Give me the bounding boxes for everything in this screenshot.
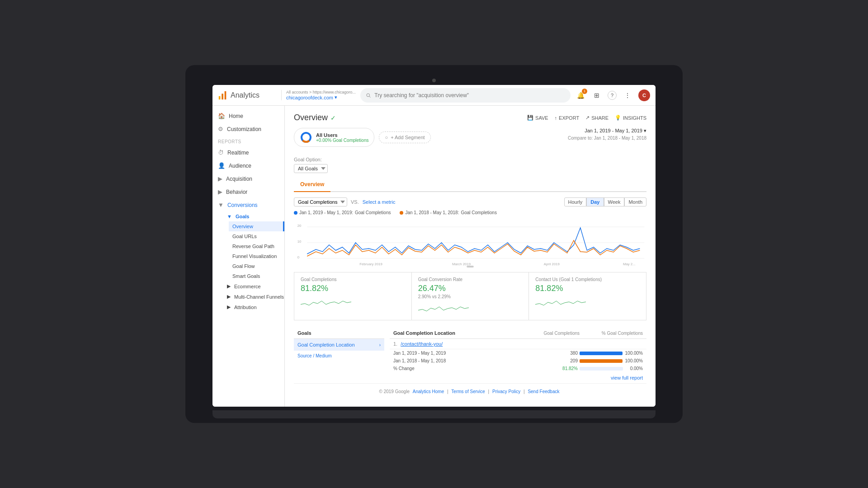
save-button[interactable]: 💾 SAVE	[527, 115, 548, 121]
sidebar-item-smart-goals[interactable]: Smart Goals	[229, 271, 284, 281]
sidebar-item-multichannel[interactable]: ▶ Multi-Channel Funnels	[223, 291, 284, 302]
reports-section-label: REPORTS	[212, 136, 284, 146]
svg-rect-17	[467, 266, 474, 267]
help-button[interactable]: ?	[608, 91, 617, 100]
sidebar-item-customization[interactable]: ⚙ Customization	[212, 122, 284, 136]
sidebar-item-funnel-visualization[interactable]: Funnel Visualization	[229, 251, 284, 261]
svg-point-3	[367, 94, 370, 97]
svg-rect-1	[222, 94, 223, 99]
sidebar-acquisition-label: Acquisition	[226, 176, 252, 182]
ct-row: 1. /contact/thank-you/	[390, 339, 646, 349]
metric-conversion-rate: Goal Conversion Rate 26.47% 2.90% vs 2.2…	[412, 272, 529, 320]
segment-all-users[interactable]: All Users +0.00% Goal Completions	[294, 128, 374, 147]
svg-text:20: 20	[297, 224, 302, 228]
goals-label: Goals	[236, 214, 250, 219]
realtime-icon: ⏱	[218, 149, 224, 156]
grid-button[interactable]: ⊞	[591, 90, 602, 101]
notifications-button[interactable]: 🔔 1	[575, 90, 586, 101]
sidebar-item-home[interactable]: 🏠 Home	[212, 109, 284, 122]
sparkline-contact-us	[535, 296, 586, 309]
view-full-report-link[interactable]: view full report	[390, 372, 646, 383]
main-layout: 🏠 Home ⚙ Customization REPORTS ⏱ Realtim…	[212, 106, 656, 407]
sidebar-item-behavior[interactable]: ▶ Behavior	[212, 185, 284, 198]
customization-icon: ⚙	[218, 126, 223, 132]
goals-expand[interactable]: ▼ Goals	[223, 211, 284, 221]
svg-line-4	[369, 96, 370, 97]
sidebar-realtime-label: Realtime	[227, 150, 249, 156]
add-segment-circle: ○	[385, 135, 388, 140]
domain-selector[interactable]: chicagoroofdeck.com ▾	[286, 94, 356, 100]
tab-overview[interactable]: Overview	[294, 178, 330, 192]
add-segment-button[interactable]: ○ + Add Segment	[379, 131, 430, 143]
top-bar-actions: 🔔 1 ⊞ ? ⋮ C	[575, 89, 650, 101]
attribution-label: Attribution	[234, 305, 257, 310]
ct-subrow-2019: Jan 1, 2019 - May 1, 2019 380 100.00%	[390, 349, 646, 357]
goals-section: Goals Goal Completion Location › Source …	[294, 328, 646, 383]
time-btn-month[interactable]: Month	[624, 197, 646, 206]
overview-header: Overview ✓ 💾 SAVE ↑ EXPORT ↗ SHARE 💡 INS…	[294, 113, 646, 122]
goal-option-select[interactable]: All Goals	[294, 164, 328, 173]
metric-conversion-rate-sub: 2.90% vs 2.29%	[418, 294, 523, 299]
legend-compare: Jan 1, 2018 - May 1, 2018: Goal Completi…	[400, 210, 496, 215]
time-btn-week[interactable]: Week	[604, 197, 625, 206]
goals-list-header: Goals	[294, 328, 384, 339]
legend-primary: Jan 1, 2019 - May 1, 2019: Goal Completi…	[294, 210, 391, 215]
terms-link[interactable]: Terms of Service	[451, 389, 485, 394]
metric-select[interactable]: Goal Completions	[294, 197, 347, 206]
analytics-icon	[218, 90, 228, 100]
pct-bar-bg	[580, 352, 623, 355]
audience-icon: 👤	[218, 162, 225, 169]
select-metric-link[interactable]: Select a metric	[363, 199, 396, 205]
sidebar-item-ecommerce[interactable]: ▶ Ecommerce	[223, 281, 284, 291]
completion-table: Goal Completion Location Goal Completion…	[390, 328, 646, 383]
time-btn-day[interactable]: Day	[586, 197, 604, 206]
insights-button[interactable]: 💡 INSIGHTS	[615, 115, 646, 121]
sidebar-home-label: Home	[229, 113, 243, 119]
conversions-expand-icon: ▼	[218, 202, 224, 208]
multichannel-label: Multi-Channel Funnels	[234, 294, 284, 300]
expand-ecommerce-icon: ▶	[227, 283, 231, 289]
date-range-primary[interactable]: Jan 1, 2019 - May 1, 2019 ▾	[568, 128, 646, 134]
goals-list-item-completion-location[interactable]: Goal Completion Location ›	[294, 339, 384, 351]
svg-text:May 2...: May 2...	[623, 262, 636, 266]
sidebar-item-reverse-goal-path[interactable]: Reverse Goal Path	[229, 241, 284, 251]
sidebar-item-conversions[interactable]: ▼ Conversions	[212, 198, 284, 211]
sidebar-item-audience[interactable]: 👤 Audience	[212, 159, 284, 172]
sidebar-item-attribution[interactable]: ▶ Attribution	[223, 302, 284, 312]
acquisition-icon: ▶	[218, 175, 222, 182]
export-button[interactable]: ↑ EXPORT	[555, 115, 580, 121]
metrics-row: Goal Completions 81.82% Goal Conversion …	[294, 272, 646, 320]
account-selector[interactable]: All accounts > https://www.chicagoro... …	[281, 90, 356, 100]
sidebar-item-goal-flow[interactable]: Goal Flow	[229, 261, 284, 271]
sidebar-behavior-label: Behavior	[226, 189, 247, 195]
sidebar-item-overview[interactable]: Overview	[229, 221, 284, 231]
sidebar-item-acquisition[interactable]: ▶ Acquisition	[212, 172, 284, 185]
source-medium-link[interactable]: Source / Medium	[294, 351, 384, 361]
vs-label: VS.	[351, 199, 359, 205]
avatar[interactable]: C	[638, 89, 650, 101]
ct-url-link[interactable]: /contact/thank-you/	[401, 341, 443, 347]
metric-contact-us-value: 81.82%	[535, 284, 640, 293]
svg-rect-2	[225, 91, 226, 99]
privacy-link[interactable]: Privacy Policy	[492, 389, 520, 394]
smart-goals-label: Smart Goals	[232, 273, 260, 279]
svg-text:0: 0	[297, 255, 300, 259]
pct-bar-bg-change	[580, 367, 623, 371]
svg-text:10: 10	[297, 239, 302, 244]
content-area: Overview ✓ 💾 SAVE ↑ EXPORT ↗ SHARE 💡 INS…	[285, 106, 656, 407]
search-input[interactable]	[374, 92, 565, 99]
share-button[interactable]: ↗ SHARE	[585, 115, 609, 121]
metric-contact-us-name: Contact Us (Goal 1 Completions)	[535, 277, 640, 282]
header-actions: 💾 SAVE ↑ EXPORT ↗ SHARE 💡 INSIGHTS	[527, 115, 646, 121]
metric-conversion-rate-value: 26.47%	[418, 284, 523, 293]
footer: © 2019 Google Analytics Home | Terms of …	[294, 383, 646, 399]
more-button[interactable]: ⋮	[622, 90, 633, 101]
search-bar[interactable]	[360, 88, 571, 103]
analytics-home-link[interactable]: Analytics Home	[413, 389, 444, 394]
metric-goal-completions: Goal Completions 81.82%	[294, 272, 412, 320]
time-btn-hourly[interactable]: Hourly	[564, 197, 587, 206]
feedback-link[interactable]: Send Feedback	[528, 389, 559, 394]
sidebar-item-realtime[interactable]: ⏱ Realtime	[212, 146, 284, 159]
svg-text:March 2019: March 2019	[452, 262, 471, 266]
sidebar-item-goal-urls[interactable]: Goal URLs	[229, 231, 284, 241]
